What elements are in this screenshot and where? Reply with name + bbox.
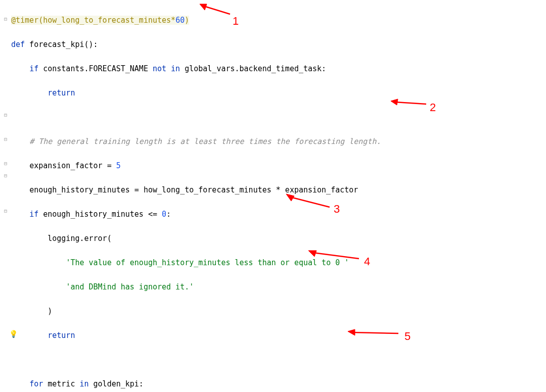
code-line: return (11, 329, 546, 341)
fold-handle-icon[interactable]: ⊟ (4, 135, 9, 140)
fold-handle-icon[interactable]: ⊟ (4, 111, 9, 116)
fold-handle-icon[interactable]: ⊟ (4, 172, 9, 177)
gutter: ⊟ ⊟ ⊟ ⊟ ⊟ ⊟ 💡 (0, 0, 10, 392)
fold-handle-icon[interactable]: ⊟ (4, 160, 9, 165)
code-line: enough_history_minutes = how_long_to_for… (11, 184, 546, 196)
code-line (11, 111, 546, 123)
code-line: 'The value of enough_history_minutes les… (11, 257, 546, 269)
code-line: # The general training length is at leas… (11, 135, 546, 148)
code-line: if enough_history_minutes <= 0: (11, 208, 546, 220)
code-line: if constants.FORECAST_NAME not in global… (11, 63, 546, 75)
code-line: 'and DBMind has ignored it.' (11, 281, 546, 293)
code-line: return (11, 87, 546, 99)
code-line: def forecast_kpi(): (11, 38, 546, 51)
code-line: logging.error( (11, 232, 546, 244)
code-line: @timer(how_long_to_forecast_minutes*60) (11, 14, 546, 26)
code-line: ) (11, 305, 546, 317)
lightbulb-icon[interactable]: 💡 (9, 328, 18, 339)
fold-handle-icon[interactable]: ⊟ (4, 207, 9, 212)
code-editor[interactable]: @timer(how_long_to_forecast_minutes*60) … (5, 2, 546, 392)
code-line: expansion_factor = 5 (11, 160, 546, 172)
code-line: for metric in golden_kpi: (11, 378, 546, 390)
code-line (11, 354, 546, 366)
fold-handle-icon[interactable]: ⊟ (4, 15, 9, 20)
